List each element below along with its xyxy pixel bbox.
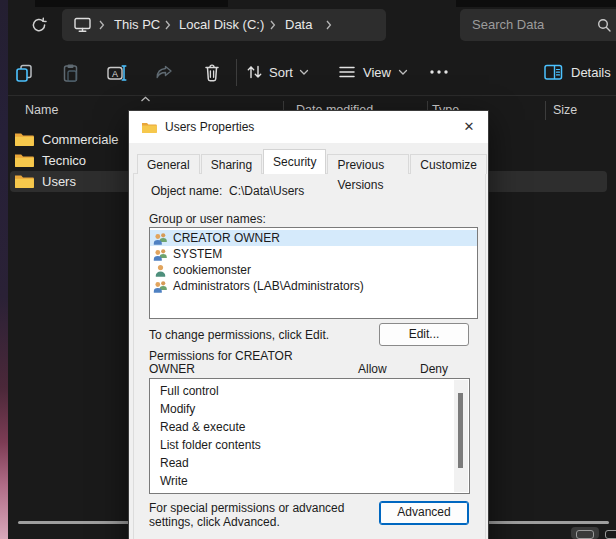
desktop-background (0, 0, 8, 539)
group-user-listbox: CREATOR OWNER SYSTEM (149, 227, 478, 319)
column-header-name[interactable]: Name (25, 103, 58, 117)
permission-row-full-control[interactable]: Full control (150, 382, 469, 400)
chevron-right-icon (164, 9, 172, 41)
properties-dialog: Users Properties ✕ General Sharing Secur… (128, 110, 489, 539)
chevron-down-icon (299, 69, 309, 76)
view-icon (338, 63, 356, 81)
toolbar-divider (236, 59, 237, 86)
folder-icon (14, 152, 34, 168)
group-list-label: Group or user names: (149, 212, 266, 226)
edit-note: To change permissions, click Edit. (149, 328, 329, 342)
search-input[interactable]: Search Data (460, 9, 616, 41)
details-view-icon (576, 530, 594, 539)
list-item-creator-owner[interactable]: CREATOR OWNER (150, 230, 477, 246)
breadcrumb-item-data[interactable]: Data (285, 9, 312, 41)
folder-icon (141, 121, 157, 134)
view-button[interactable]: View (338, 63, 408, 81)
paste-icon (60, 63, 80, 83)
object-name-label: Object name: (151, 184, 222, 198)
advanced-note: For special permissions or advanced sett… (149, 501, 387, 529)
vertical-scrollbar-track[interactable] (454, 380, 468, 492)
user-icon (153, 264, 168, 277)
tab-bar-gap (456, 0, 616, 7)
tab-sharing[interactable]: Sharing (201, 154, 262, 174)
copy-icon (14, 63, 34, 83)
folder-icon (14, 131, 34, 147)
delete-button[interactable] (202, 62, 222, 83)
chevron-right-icon (98, 9, 106, 41)
allow-column-label: Allow (358, 362, 387, 376)
breadcrumb: This PC Local Disk (C:) Data (62, 9, 386, 41)
tab-general[interactable]: General (137, 154, 200, 174)
rename-icon: A (106, 63, 128, 83)
details-button[interactable]: Details (544, 64, 611, 81)
details-label: Details (571, 65, 611, 80)
thumbnail-view-toggle[interactable] (605, 530, 616, 539)
view-label: View (363, 65, 391, 80)
tab-bar-gap (35, 0, 228, 7)
toolbar-separator (8, 95, 616, 96)
breadcrumb-item-local-disk[interactable]: Local Disk (C:) (179, 9, 264, 41)
permission-row-read-execute[interactable]: Read & execute (150, 418, 469, 436)
file-name: Tecnico (42, 153, 86, 168)
file-name: Users (42, 174, 76, 189)
search-placeholder: Search Data (472, 9, 544, 41)
group-icon (153, 232, 168, 245)
chevron-right-icon (325, 9, 333, 41)
column-header-size[interactable]: Size (553, 103, 577, 117)
sort-label: Sort (269, 65, 293, 80)
ellipsis-icon (428, 68, 450, 76)
list-item-cookiemonster[interactable]: cookiemonster (150, 262, 477, 278)
dialog-titlebar[interactable]: Users Properties ✕ (129, 111, 488, 143)
refresh-button[interactable] (30, 16, 48, 34)
chevron-right-icon (269, 9, 277, 41)
share-button[interactable] (154, 63, 174, 83)
vertical-scrollbar-thumb[interactable] (458, 393, 463, 468)
tab-security[interactable]: Security (263, 149, 326, 174)
details-view-toggle[interactable] (571, 527, 599, 539)
permission-row-list-folder-contents[interactable]: List folder contents (150, 436, 469, 454)
principal-name: SYSTEM (173, 247, 222, 261)
file-name: Commerciale (42, 132, 119, 147)
this-pc-icon (74, 17, 91, 33)
rename-button[interactable]: A (106, 63, 128, 83)
paste-button[interactable] (60, 63, 80, 83)
principal-name: CREATOR OWNER (173, 231, 280, 245)
see-more-button[interactable] (428, 68, 450, 76)
deny-column-label: Deny (420, 362, 448, 376)
permission-row-read[interactable]: Read (150, 454, 469, 472)
tab-previous-versions[interactable]: Previous Versions (327, 154, 409, 174)
principal-name: Administrators (LAB\Administrators) (173, 279, 364, 293)
principal-name: cookiemonster (173, 263, 251, 277)
object-name-value: C:\Data\Users (229, 184, 304, 198)
permissions-label: Permissions for CREATOR OWNER (149, 350, 304, 376)
permission-row-write[interactable]: Write (150, 472, 469, 490)
list-item-administrators[interactable]: Administrators (LAB\Administrators) (150, 278, 477, 294)
close-icon[interactable]: ✕ (460, 118, 478, 136)
sort-button[interactable]: Sort (246, 63, 309, 81)
sort-ascending-icon (140, 96, 151, 102)
chevron-down-icon (398, 69, 408, 76)
permission-row-special-permissions[interactable]: Special permissions (150, 490, 469, 494)
edit-button[interactable]: Edit... (379, 323, 469, 346)
permission-row-modify[interactable]: Modify (150, 400, 469, 418)
details-panel-icon (544, 64, 563, 81)
tab-customize[interactable]: Customize (410, 154, 487, 174)
group-icon (153, 280, 168, 293)
delete-icon (202, 62, 222, 83)
list-item-system[interactable]: SYSTEM (150, 246, 477, 262)
search-icon[interactable] (596, 17, 612, 33)
column-separator[interactable] (545, 101, 546, 120)
breadcrumb-item-this-pc[interactable]: This PC (114, 9, 160, 41)
share-icon (154, 63, 174, 83)
copy-button[interactable] (14, 63, 34, 83)
advanced-button[interactable]: Advanced (379, 501, 469, 525)
group-icon (153, 248, 168, 261)
sort-icon (246, 63, 263, 81)
dialog-tabs: General Sharing Security Previous Versio… (137, 149, 488, 174)
refresh-icon (30, 16, 48, 34)
folder-icon (14, 173, 34, 189)
permissions-listbox: Full control Modify Read & execute List … (149, 378, 470, 494)
svg-text:A: A (112, 69, 118, 79)
screen: This PC Local Disk (C:) Data Search Data (0, 0, 616, 539)
